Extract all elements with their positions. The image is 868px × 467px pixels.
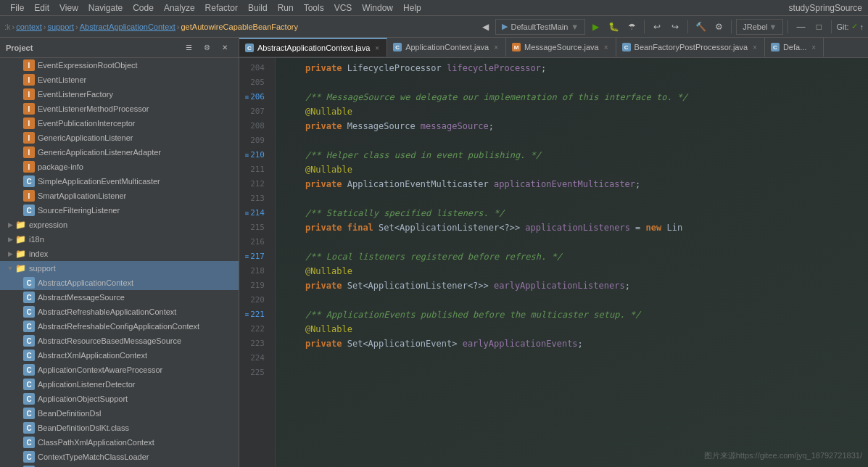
tree-item-label: package-info (38, 162, 83, 171)
tree-item-label: EventExpressionRootObject (38, 61, 138, 70)
tree-item-icon: C (23, 364, 35, 376)
code-token (284, 104, 305, 119)
line-number-207: 207 (239, 104, 269, 119)
menu-tools[interactable]: Tools (299, 1, 328, 15)
sidebar-item-abstractmessagesource[interactable]: C AbstractMessageSource (0, 290, 239, 305)
tab-close-button[interactable]: × (751, 43, 759, 52)
sidebar-item-abstractrefreshableconfigapplicationcontext[interactable]: C AbstractRefreshableConfigApplicationCo… (0, 319, 239, 334)
menu-edit[interactable]: Edit (30, 1, 54, 15)
line-number-217: ≡217 (239, 249, 269, 264)
tab-close-button[interactable]: × (603, 43, 610, 52)
code-token: LifecycleProcessor (342, 61, 447, 75)
sidebar-item-applicationlistenerdetector[interactable]: C ApplicationListenerDetector (0, 377, 239, 392)
sidebar-item-applicationobjectsupport[interactable]: C ApplicationObjectSupport (0, 392, 239, 406)
menu-file[interactable]: File (6, 1, 28, 15)
sidebar-item-abstractxmlapplicationcontext[interactable]: C AbstractXmlApplicationContext (0, 348, 239, 363)
tab-close-button[interactable]: × (492, 43, 500, 52)
sidebar: Project ☰ ⚙ ✕ I EventExpressionRootObjec… (0, 38, 239, 467)
line-number-223: 223 (239, 336, 269, 351)
sidebar-item-i18n[interactable]: ▶📁 i18n (0, 232, 239, 247)
sidebar-item-applicationcontextawareprocessor[interactable]: C ApplicationContextAwareProcessor (0, 363, 239, 377)
sidebar-item-eventpublicationinterceptor[interactable]: I EventPublicationInterceptor (0, 116, 239, 131)
tree-item-icon: C (23, 335, 35, 347)
menu-refactor[interactable]: Refactor (201, 1, 242, 15)
build-button[interactable]: 🔨 (693, 19, 708, 35)
coverage-button[interactable]: ☂ (624, 19, 640, 35)
tree-item-icon: I (23, 103, 35, 115)
menu-code[interactable]: Code (128, 1, 158, 15)
redo-button[interactable]: ↪ (667, 19, 683, 35)
back-button[interactable]: ◀ (477, 19, 493, 35)
sidebar-item-abstractapplicationcontext[interactable]: C AbstractApplicationContext (0, 276, 239, 290)
tree-item-icon: C (23, 437, 35, 448)
sidebar-item-sourcefilteringlistener[interactable]: C SourceFilteringListener (0, 203, 239, 218)
code-line-221: /** ApplicationEvents published before t… (284, 307, 868, 322)
jrebel-button[interactable]: JRebel ▼ (736, 19, 783, 35)
undo-button[interactable]: ↩ (649, 19, 665, 35)
menu-build[interactable]: Build (244, 1, 272, 15)
tab-label: MessageSource.java (524, 43, 599, 51)
tab-icon: M (512, 43, 521, 51)
maximize-button[interactable]: □ (811, 19, 827, 35)
sidebar-header: Project ☰ ⚙ ✕ (0, 38, 239, 58)
code-token: MessageSource (342, 119, 420, 133)
sidebar-item-expression[interactable]: ▶📁 expression (0, 218, 239, 232)
sidebar-item-package-info[interactable]: I package-info (0, 160, 239, 174)
sidebar-item-beandefinitiondslkt-class[interactable]: C BeanDefinitionDslKt.class (0, 421, 239, 435)
sidebar-item-eventlistenerfactory[interactable]: I EventListenerFactory (0, 87, 239, 102)
sidebar-item-eventlistenermethodprocessor[interactable]: I EventListenerMethodProcessor (0, 102, 239, 116)
sidebar-item-support[interactable]: ▼📁 support (0, 261, 239, 276)
line-number-215: 215 (239, 220, 269, 235)
code-token (284, 278, 305, 293)
code-line-210: /** Helper class used in event publishin… (284, 148, 868, 162)
sidebar-item-eventlistener[interactable]: I EventListener (0, 73, 239, 87)
sidebar-collapse-button[interactable]: ☰ (181, 40, 197, 56)
menu-run[interactable]: Run (273, 1, 298, 15)
debug-button[interactable]: 🐛 (605, 19, 621, 35)
code-container[interactable]: 204205≡206207208209≡210211212213≡2142152… (239, 58, 868, 467)
settings-button[interactable]: ⚙ (711, 19, 727, 35)
menu-vcs[interactable]: VCS (330, 1, 357, 15)
breadcrumb-class[interactable]: AbstractApplicationContext (80, 22, 175, 31)
breadcrumb-support[interactable]: support (47, 22, 74, 31)
tab-close-button[interactable]: × (373, 44, 381, 53)
sidebar-item-simpleapplicationeventmulticaster[interactable]: C SimpleApplicationEventMulticaster (0, 174, 239, 189)
menu-navigate[interactable]: Navigate (84, 1, 127, 15)
tab-label: ApplicationContext.java (405, 43, 489, 51)
sidebar-item-abstractresourcebasedmessagesource[interactable]: C AbstractResourceBasedMessageSource (0, 334, 239, 348)
code-line-220 (284, 293, 868, 307)
tab-abstractapplicationcontext-java[interactable]: CAbstractApplicationContext.java× (239, 38, 387, 57)
run-button[interactable]: ▶ (587, 19, 603, 35)
menu-analyze[interactable]: Analyze (160, 1, 199, 15)
sidebar-item-abstractrefreshableapplicationcontext[interactable]: C AbstractRefreshableApplicationContext (0, 305, 239, 319)
tab-close-button[interactable]: × (810, 43, 817, 52)
code-view[interactable]: private LifecycleProcessor lifecycleProc… (276, 58, 868, 467)
tab-icon: C (393, 43, 402, 51)
tab-icon: C (622, 43, 631, 51)
breadcrumb-method[interactable]: getAutowireCapableBeanFactory (181, 22, 298, 31)
code-token: @Nullable (305, 162, 352, 177)
run-config[interactable]: ▶ DefaultTestMain ▼ (495, 19, 585, 35)
breadcrumb-context[interactable]: context (16, 22, 41, 31)
menu-view[interactable]: View (55, 1, 83, 15)
sidebar-item-classpathxmlapplicationcontext[interactable]: C ClassPathXmlApplicationContext (0, 435, 239, 450)
menu-help[interactable]: Help (399, 1, 426, 15)
sidebar-item-eventexpressionrootobject[interactable]: I EventExpressionRootObject (0, 58, 239, 73)
tab-applicationcontext-java[interactable]: CApplicationContext.java× (387, 38, 506, 57)
sidebar-item-conversionservicefactorybean---[interactable]: C ConversionServiceFactoryBean... (0, 464, 239, 467)
sidebar-settings-button[interactable]: ⚙ (199, 40, 215, 56)
sidebar-item-beandefinitiondsl[interactable]: C BeanDefinitionDsl (0, 406, 239, 421)
sidebar-item-index[interactable]: ▶📁 index (0, 247, 239, 261)
sidebar-item-genericapplicationlistener[interactable]: I GenericApplicationListener (0, 131, 239, 145)
sidebar-close-button[interactable]: ✕ (217, 40, 233, 56)
tab-messagesource-java[interactable]: MMessageSource.java× (506, 38, 616, 57)
line-number-218: 218 (239, 264, 269, 278)
tree-item-label: GenericApplicationListenerAdapter (38, 148, 161, 157)
sidebar-item-smartapplicationlistener[interactable]: I SmartApplicationListener (0, 189, 239, 203)
menu-window[interactable]: Window (357, 1, 397, 15)
minimize-button[interactable]: — (793, 19, 809, 35)
sidebar-item-genericapplicationlisteneradapter[interactable]: I GenericApplicationListenerAdapter (0, 145, 239, 160)
tab-defa---[interactable]: CDefa...× (765, 38, 824, 57)
sidebar-item-contexttypematchclassloader[interactable]: C ContextTypeMatchClassLoader (0, 450, 239, 464)
tab-beanfactorypostprocessor-java[interactable]: CBeanFactoryPostProcessor.java× (616, 38, 765, 57)
